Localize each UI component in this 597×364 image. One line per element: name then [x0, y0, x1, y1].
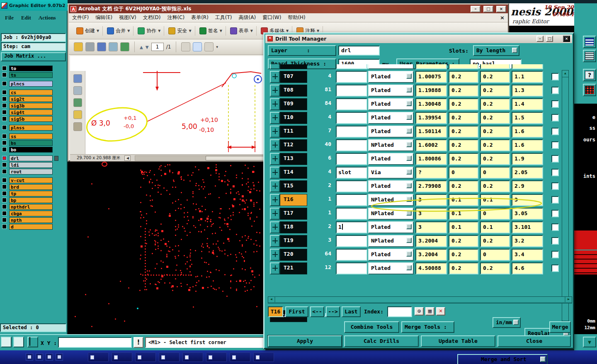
toolbar-group-创建[interactable]: 创建▼: [73, 26, 103, 36]
drill-size-field[interactable]: 4.6: [512, 262, 543, 274]
finish-size-field[interactable]: 3: [415, 208, 447, 220]
tool-type-dropdown[interactable]: NPlated: [368, 235, 414, 247]
taskbar-item[interactable]: [230, 352, 250, 362]
job-field[interactable]: Job : 6v2hj00ya0: [1, 33, 66, 42]
plus-tol-field[interactable]: 0.2: [449, 235, 478, 247]
acrobat-menu-item[interactable]: 编辑(E): [95, 14, 112, 21]
tool-type-dropdown[interactable]: Plated: [368, 71, 414, 83]
tool-name[interactable]: T15: [280, 180, 307, 192]
menu-actions[interactable]: Actions: [39, 15, 56, 21]
taskbar-item[interactable]: [253, 352, 274, 362]
tool-name[interactable]: T10: [280, 112, 307, 124]
tool-name[interactable]: T12: [280, 139, 307, 151]
layer-extra-box[interactable]: [54, 156, 58, 161]
tool-text-input[interactable]: slot: [336, 167, 367, 179]
tool-checkbox[interactable]: [551, 196, 559, 204]
tool-name[interactable]: T21: [280, 262, 307, 274]
tool-name[interactable]: T08: [280, 85, 307, 97]
signatures-icon[interactable]: [73, 98, 82, 107]
layer-label-d[interactable]: d: [9, 224, 53, 230]
toolbar-group-安全[interactable]: 安全▼: [165, 26, 195, 36]
plus-tol-field[interactable]: 0.2: [449, 262, 478, 274]
layer-checkbox[interactable]: [2, 198, 7, 202]
acrobat-menu-item[interactable]: 窗口(W): [262, 14, 281, 21]
taskbar-item[interactable]: [135, 352, 156, 362]
layer-checkbox[interactable]: [2, 147, 7, 152]
finish-size-field[interactable]: 1.50114: [415, 126, 447, 138]
menubar-close-icon[interactable]: ×: [500, 15, 505, 21]
minus-tol-field[interactable]: 0.1: [480, 194, 510, 206]
tool-text-input[interactable]: [336, 71, 367, 83]
drill-size-field[interactable]: 1.1: [512, 71, 543, 83]
toolbar-group-协作[interactable]: 协作▼: [134, 26, 164, 36]
finish-size-field[interactable]: 3.2004: [415, 249, 447, 261]
dropdown-handle-icon[interactable]: [406, 224, 412, 229]
scroll-up-icon[interactable]: ▲: [562, 70, 568, 77]
dialog-close-button[interactable]: ×: [563, 36, 570, 42]
taskbar-item[interactable]: [112, 352, 132, 362]
dropdown-handle-icon[interactable]: [406, 101, 412, 106]
merge-button[interactable]: Merge: [549, 321, 571, 333]
acrobat-menu-item[interactable]: 视图(V): [119, 14, 136, 21]
dropdown-handle-icon[interactable]: [406, 142, 412, 147]
layer-label-npthdrl[interactable]: npthdrl: [9, 204, 53, 210]
blue-grid-tool-button[interactable]: [583, 36, 596, 48]
toolbar-group-签名[interactable]: 签名▼: [196, 26, 226, 36]
layer-checkbox[interactable]: [2, 169, 7, 174]
close-dialog-button[interactable]: Close: [498, 335, 571, 347]
layer-checkbox[interactable]: [2, 163, 7, 167]
layer-label-bs[interactable]: bs: [9, 140, 53, 146]
chevron-down-icon[interactable]: ▼: [97, 29, 99, 33]
layer-checkbox[interactable]: [2, 218, 7, 222]
drill-size-field[interactable]: 1.4: [512, 98, 543, 110]
layer-checkbox[interactable]: [2, 125, 7, 130]
minus-tol-field[interactable]: 0.1: [480, 221, 510, 233]
layer-checkbox[interactable]: [2, 184, 7, 189]
tool-checkbox[interactable]: [551, 87, 559, 94]
step-field[interactable]: Step: cam: [1, 42, 66, 51]
chevron-down-icon[interactable]: ▼: [250, 29, 253, 33]
tool-checkbox[interactable]: [551, 155, 559, 163]
dropdown-handle-icon[interactable]: [406, 183, 412, 188]
layer-label-sig5b[interactable]: sig5b: [9, 116, 53, 122]
finish-size-field[interactable]: 1.80086: [415, 153, 447, 165]
drill-tool-icon[interactable]: [270, 208, 280, 220]
layer-value-field[interactable]: drl: [338, 46, 380, 56]
layer-label-bo[interactable]: bo: [9, 147, 53, 153]
layer-checkbox[interactable]: [2, 178, 7, 182]
taskbar-item[interactable]: [159, 352, 180, 362]
dropdown-handle-icon[interactable]: [512, 48, 517, 53]
finish-size-field[interactable]: 1.6002: [415, 139, 447, 151]
tool-name[interactable]: T13: [280, 153, 307, 165]
tool-checkbox[interactable]: [551, 251, 559, 258]
minus-tol-field[interactable]: 0: [480, 249, 510, 261]
attachments-icon[interactable]: [73, 122, 82, 131]
drill-tool-icon[interactable]: [270, 85, 280, 97]
tool-text-input[interactable]: [336, 262, 367, 274]
layer-checkbox[interactable]: [2, 97, 7, 101]
delete-tool-button[interactable]: ✕: [436, 307, 445, 315]
pencil-tool-button-2[interactable]: [13, 337, 24, 347]
first-button[interactable]: First: [285, 306, 308, 317]
drill-size-field[interactable]: 3.2: [512, 235, 543, 247]
dropdown-handle-icon[interactable]: [406, 210, 412, 216]
finish-size-field[interactable]: ?: [415, 167, 447, 179]
drill-tool-icon[interactable]: [270, 180, 280, 192]
layer-label-sig3b[interactable]: sig3b: [9, 103, 53, 109]
zoom-tool-icon[interactable]: [204, 42, 214, 51]
right-dropdown-button[interactable]: ▼: [583, 337, 596, 347]
slots-dropdown[interactable]: By length: [473, 45, 519, 56]
drill-tool-icon[interactable]: [270, 221, 280, 233]
web-icon[interactable]: [120, 42, 129, 51]
combine-tools-button[interactable]: Combine Tools: [344, 321, 399, 333]
index-input[interactable]: [387, 306, 412, 317]
next-button[interactable]: -->: [326, 306, 340, 317]
dropdown-handle-icon[interactable]: [406, 238, 412, 243]
tool-type-dropdown[interactable]: Via: [368, 167, 414, 179]
acrobat-menu-item[interactable]: 工具(T): [215, 14, 232, 21]
finish-size-field[interactable]: 3: [415, 194, 447, 206]
tool-name[interactable]: T11: [280, 126, 307, 138]
color-swatch-red[interactable]: [574, 231, 597, 250]
layer-checkbox[interactable]: [2, 73, 7, 77]
layer-label-ts[interactable]: ts: [9, 72, 53, 78]
